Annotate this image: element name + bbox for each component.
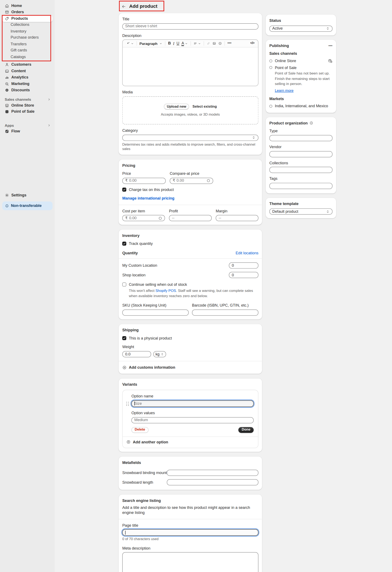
profit-input[interactable] — [169, 215, 212, 221]
weight-input-field[interactable] — [125, 352, 148, 357]
price-input[interactable]: ₹ — [122, 177, 166, 184]
upload-new-button[interactable]: Upload new — [164, 104, 189, 110]
collections-input-field[interactable] — [272, 167, 330, 173]
profit-input-field[interactable] — [172, 216, 209, 221]
status-select[interactable]: Active — [269, 25, 333, 32]
insert-image-button[interactable] — [212, 42, 217, 45]
sidebar-item-flow[interactable]: Flow — [2, 128, 52, 134]
option-value-input[interactable] — [131, 417, 254, 423]
track-quantity-checkbox[interactable] — [122, 242, 126, 246]
type-input[interactable] — [269, 135, 333, 141]
quantity-input-field[interactable] — [232, 263, 255, 268]
sidebar-item-online-store[interactable]: Online Store — [2, 102, 52, 109]
sidebar-item-inventory[interactable]: Inventory — [2, 28, 52, 34]
insert-video-button[interactable] — [217, 42, 223, 45]
sidebar-item-analytics[interactable]: Analytics — [2, 74, 52, 80]
barcode-input-field[interactable] — [195, 310, 256, 315]
price-input-field[interactable] — [129, 178, 163, 183]
page-title-input-field[interactable] — [125, 530, 256, 535]
title-input-field[interactable] — [125, 24, 256, 29]
charge-tax-checkbox[interactable] — [122, 187, 126, 191]
meta-description-textarea[interactable] — [122, 552, 259, 572]
sidebar-item-marketing[interactable]: Marketing — [2, 80, 52, 87]
underline-button[interactable]: U — [175, 41, 180, 46]
channel-row-point-of-sale: Point of Sale — [269, 65, 333, 70]
compare-at-price-input-field[interactable] — [176, 178, 205, 183]
sidebar-item-collections[interactable]: Collections — [2, 22, 52, 28]
sidebar-item-transfers[interactable]: Transfers — [2, 41, 52, 47]
metafield-input-field[interactable] — [170, 480, 256, 485]
status-pill-non-transferable[interactable]: Non-transferable — [2, 201, 52, 210]
vendor-input[interactable] — [269, 151, 333, 157]
sku-input[interactable] — [122, 309, 189, 316]
margin-input-field[interactable] — [219, 216, 256, 221]
magic-ai-button[interactable] — [125, 42, 135, 45]
edit-locations-link[interactable]: Edit locations — [236, 251, 259, 255]
tags-input-field[interactable] — [272, 183, 330, 189]
sidebar-item-products[interactable]: Products — [2, 15, 52, 22]
continue-selling-checkbox[interactable] — [122, 283, 126, 287]
italic-button[interactable]: I — [172, 41, 175, 46]
compare-at-price-input[interactable]: ₹ ? — [170, 177, 213, 184]
cost-per-item-input[interactable]: ₹ ? — [122, 215, 165, 221]
sidebar-item-purchase-orders[interactable]: Purchase orders — [2, 34, 52, 41]
text-color-button[interactable]: A — [180, 41, 189, 46]
option-name-input[interactable] — [131, 400, 254, 407]
vendor-input-field[interactable] — [272, 152, 330, 157]
physical-product-checkbox[interactable] — [122, 336, 126, 340]
sidebar-item-settings[interactable]: Settings — [2, 192, 52, 198]
sidebar-item-point-of-sale[interactable]: S Point of Sale — [2, 109, 52, 115]
alignment-button[interactable] — [192, 42, 202, 45]
metafield-input-length[interactable] — [167, 479, 259, 485]
barcode-input[interactable] — [192, 309, 259, 316]
done-button[interactable]: Done — [238, 427, 254, 433]
bold-button[interactable]: B — [167, 41, 172, 46]
manage-international-pricing-link[interactable]: Manage international pricing — [122, 196, 175, 201]
metafield-input-field[interactable] — [170, 470, 256, 475]
add-another-option-button[interactable]: Add another option — [125, 437, 254, 445]
code-view-button[interactable]: </> — [249, 41, 255, 46]
schedule-calendar-icon[interactable] — [328, 59, 333, 63]
category-select[interactable] — [122, 134, 259, 141]
cost-per-item-input-field[interactable] — [129, 216, 157, 221]
weight-unit-select[interactable]: kg — [153, 351, 166, 357]
type-input-field[interactable] — [272, 136, 330, 141]
collections-input[interactable] — [269, 167, 333, 173]
margin-input[interactable] — [216, 215, 258, 221]
insert-link-button[interactable] — [206, 42, 212, 45]
description-textarea[interactable] — [123, 48, 258, 86]
learn-more-link[interactable]: Learn more — [275, 88, 294, 93]
tags-input[interactable] — [269, 183, 333, 189]
page-title-input[interactable] — [122, 529, 259, 536]
publishing-more-button[interactable]: ••• — [329, 44, 332, 48]
shopify-pos-link[interactable]: Shopify POS — [156, 289, 176, 293]
more-formatting-button[interactable]: ••• — [226, 41, 233, 46]
drag-handle-icon[interactable] — [125, 402, 130, 433]
sidebar-item-discounts[interactable]: Discounts — [2, 87, 52, 93]
sidebar-item-gift-cards[interactable]: Gift cards — [2, 47, 52, 53]
theme-template-select[interactable]: Default product — [269, 208, 333, 215]
quantity-input-shop-location[interactable] — [229, 272, 259, 278]
sidebar-item-catalogs[interactable]: Catalogs — [2, 54, 52, 60]
add-customs-information-button[interactable]: Add customs information — [122, 365, 259, 370]
title-input[interactable] — [122, 23, 259, 30]
sku-input-field[interactable] — [125, 310, 186, 315]
option-name-input-field[interactable] — [134, 401, 251, 406]
delete-option-button[interactable]: Delete — [131, 427, 148, 433]
back-arrow-icon[interactable] — [122, 4, 126, 9]
quantity-input-custom-location[interactable] — [229, 263, 259, 269]
sidebar-group-apps[interactable]: Apps — [2, 122, 52, 128]
metafield-input-binding-mount[interactable] — [167, 470, 259, 476]
weight-input[interactable] — [122, 351, 151, 357]
sidebar-group-sales-channels[interactable]: Sales channels — [2, 96, 52, 102]
select-existing-button[interactable]: Select existing — [192, 105, 217, 109]
media-dropzone[interactable]: Upload new Select existing Accepts image… — [122, 96, 259, 125]
sidebar-item-orders[interactable]: Orders — [2, 9, 52, 15]
paragraph-style-dropdown[interactable]: Paragraph — [138, 41, 164, 46]
category-label: Category — [122, 128, 259, 133]
option-value-input-field[interactable] — [134, 418, 251, 423]
quantity-input-field[interactable] — [232, 272, 255, 278]
sidebar-item-customers[interactable]: Customers — [2, 62, 52, 68]
sidebar-item-content[interactable]: Content — [2, 68, 52, 74]
sidebar-item-home[interactable]: Home — [2, 2, 52, 9]
